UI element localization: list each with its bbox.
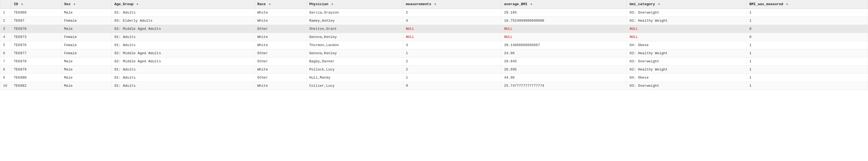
cell-average-bmi: NULL <box>501 33 627 41</box>
cell-sex: Female <box>61 41 112 49</box>
cell-sex: Male <box>61 66 112 74</box>
cell-physician: Thurmon,Landon <box>306 41 403 49</box>
table-row: 2TE697Female03: Elderly AdultsWhiteRamey… <box>0 17 868 25</box>
cell-bmi-category: 03: Overweight <box>627 58 747 66</box>
cell-average-bmi: 25.7477777777777774 <box>501 82 627 90</box>
cell-bmi-was-measured: 1 <box>747 66 868 74</box>
col-header-bmi-category[interactable]: bmi_category ▼ <box>627 0 747 9</box>
cell-measurements: 3 <box>403 41 501 49</box>
col-header-rownum <box>0 0 11 9</box>
cell-id: TE6980 <box>11 74 62 82</box>
sort-icon-age-group: ▼ <box>136 3 138 6</box>
cell-average-bmi: 24.96 <box>501 49 627 58</box>
cell-race: White <box>254 33 307 41</box>
cell-rownum: 5 <box>0 41 11 49</box>
cell-bmi-category: 03: Overweight <box>627 82 747 90</box>
sort-icon-race: ▼ <box>269 3 271 6</box>
col-header-measurements[interactable]: measurements ▼ <box>403 0 501 9</box>
cell-race: Other <box>254 49 307 58</box>
cell-measurements: 2 <box>403 9 501 17</box>
cell-age-group: 01: Adults <box>112 82 254 90</box>
cell-sex: Male <box>61 25 112 33</box>
cell-race: White <box>254 82 307 90</box>
cell-id: TE697 <box>11 17 62 25</box>
col-header-age-group[interactable]: Age_Group ▼ <box>112 0 254 9</box>
cell-bmi-category: NULL <box>627 25 747 33</box>
cell-physician: Genova,Kenley <box>306 49 403 58</box>
cell-bmi-was-measured: 1 <box>747 9 868 17</box>
cell-physician: Collier,Lucy <box>306 82 403 90</box>
cell-rownum: 7 <box>0 58 11 66</box>
cell-age-group: 03: Elderly Adults <box>112 17 254 25</box>
cell-age-group: 02: Middle Aged Adults <box>112 25 254 33</box>
cell-rownum: 3 <box>0 25 11 33</box>
cell-id: TE6976 <box>11 41 62 49</box>
cell-measurements: 2 <box>403 58 501 66</box>
sort-icon-measurements: ▼ <box>434 3 436 6</box>
cell-race: White <box>254 41 307 49</box>
sort-icon-physician: ▼ <box>332 3 333 6</box>
cell-id: TE6979 <box>11 66 62 74</box>
cell-average-bmi: 44.96 <box>501 74 627 82</box>
cell-average-bmi: NULL <box>501 25 627 33</box>
cell-rownum: 6 <box>0 49 11 58</box>
cell-bmi-was-measured: 0 <box>747 25 868 33</box>
cell-age-group: 01: Adults <box>112 74 254 82</box>
col-header-sex[interactable]: Sex ▼ <box>61 0 112 9</box>
sort-icon-bmi-category: ▼ <box>658 3 660 6</box>
col-header-id[interactable]: ID ▼ <box>11 0 62 9</box>
cell-average-bmi: 29.165 <box>501 9 627 17</box>
cell-physician: Ramey,Ashley <box>306 17 403 25</box>
cell-measurements: NULL <box>403 33 501 41</box>
cell-rownum: 1 <box>0 9 11 17</box>
cell-rownum: 4 <box>0 33 11 41</box>
cell-physician: Genova,Kenley <box>306 33 403 41</box>
cell-average-bmi: 20.695 <box>501 66 627 74</box>
cell-rownum: 9 <box>0 74 11 82</box>
cell-sex: Female <box>61 49 112 58</box>
table-row: 1TE6969Male01: AdultsWhiteGarcia,Grayson… <box>0 9 868 17</box>
cell-sex: Male <box>61 58 112 66</box>
cell-bmi-was-measured: 1 <box>747 58 868 66</box>
cell-physician: Garcia,Grayson <box>306 9 403 17</box>
cell-race: White <box>254 17 307 25</box>
cell-sex: Male <box>61 74 112 82</box>
col-header-bmi-was-measured[interactable]: BMI_was_measured ▼ <box>747 0 868 9</box>
cell-sex: Male <box>61 9 112 17</box>
cell-physician: Hull,Mandy <box>306 74 403 82</box>
cell-measurements: 1 <box>403 74 501 82</box>
cell-age-group: 01: Adults <box>112 41 254 49</box>
sort-icon-bmi-was-measured: ▼ <box>786 3 788 6</box>
cell-bmi-was-measured: 1 <box>747 49 868 58</box>
cell-physician: Bagby,Danner <box>306 58 403 66</box>
cell-measurements: 2 <box>403 66 501 74</box>
cell-age-group: 01: Adults <box>112 66 254 74</box>
cell-bmi-category: 04: Obese <box>627 74 747 82</box>
cell-bmi-category: 02: Healthy Weight <box>627 17 747 25</box>
sort-icon-sex: ▼ <box>74 3 75 6</box>
sort-icon-average-bmi: ▼ <box>530 3 532 6</box>
table-row: 8TE6979Male01: AdultsWhitePollock,Lucy22… <box>0 66 868 74</box>
cell-race: White <box>254 9 307 17</box>
cell-race: Other <box>254 58 307 66</box>
col-header-race[interactable]: Race ▼ <box>254 0 307 9</box>
cell-id: TE6973 <box>11 33 62 41</box>
table-row: 3TE6970Male02: Middle Aged AdultsOtherSh… <box>0 25 868 33</box>
cell-bmi-was-measured: 1 <box>747 17 868 25</box>
cell-bmi-category: 02: Healthy Weight <box>627 49 747 58</box>
cell-rownum: 8 <box>0 66 11 74</box>
col-header-physician[interactable]: Physician ▼ <box>306 0 403 9</box>
table-row: 4TE6973Female01: AdultsWhiteGenova,Kenle… <box>0 33 868 41</box>
cell-bmi-category: 03: Overweight <box>627 9 747 17</box>
cell-average-bmi: 29.845 <box>501 58 627 66</box>
table-row: 5TE6976Female01: AdultsWhiteThurmon,Land… <box>0 41 868 49</box>
table-header-row: ID ▼ Sex ▼ Age_Group ▼ Race ▼ Physician … <box>0 0 868 9</box>
cell-race: White <box>254 66 307 74</box>
cell-bmi-category: NULL <box>627 33 747 41</box>
sort-icon-id: ▼ <box>21 3 23 6</box>
cell-age-group: 01: Adults <box>112 33 254 41</box>
table-row: 9TE6980Male01: AdultsOtherHull,Mandy144.… <box>0 74 868 82</box>
col-header-average-bmi[interactable]: average_BMI ▼ <box>501 0 627 9</box>
cell-bmi-was-measured: 1 <box>747 74 868 82</box>
cell-sex: Female <box>61 17 112 25</box>
